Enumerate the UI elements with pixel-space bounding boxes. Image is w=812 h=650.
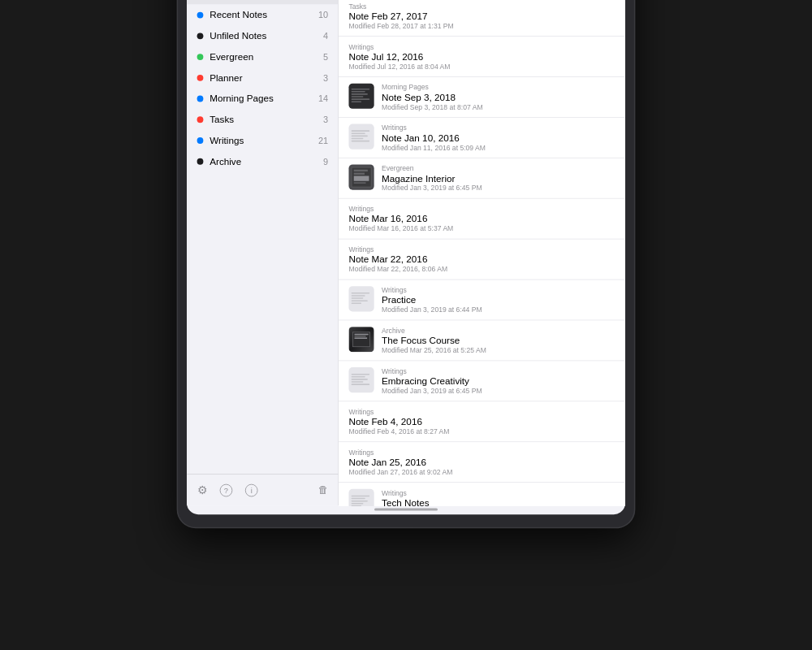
note-item[interactable]: Writings Note Mar 16, 2016 Modified Mar … (339, 199, 625, 240)
note-content: Writings Note Feb 4, 2016 Modified Feb 4… (349, 408, 615, 436)
info-icon[interactable]: i (245, 483, 258, 496)
sidebar-item-recent-notes[interactable]: Recent Notes 10 (187, 4, 338, 25)
note-item[interactable]: Archive The Focus Course Modified Mar 25… (339, 321, 625, 362)
sidebar-item-planner[interactable]: Planner 3 (187, 67, 338, 89)
trash-icon[interactable]: 🗑 (318, 484, 328, 496)
app-container: Edit ⬆ + All Notes 59 Recent Note (187, 0, 625, 505)
note-item[interactable]: Writings Embracing Creativity Modified J… (339, 361, 625, 401)
tasks-dot (197, 116, 204, 123)
note-modified: Modified Jan 3, 2019 at 6:44 PM (382, 306, 615, 314)
note-thumbnail (349, 327, 374, 352)
note-modified: Modified Mar 22, 2016, 8:06 AM (349, 266, 615, 273)
note-modified: Modified Jan 11, 2016 at 5:09 AM (382, 144, 615, 151)
note-modified: Modified Mar 16, 2016 at 5:37 AM (349, 225, 615, 232)
note-content: Morning Pages Note Sep 3, 2018 Modified … (382, 84, 615, 111)
note-folder: Writings (382, 286, 615, 293)
sidebar-item-label: Archive (209, 156, 323, 167)
sidebar-item-writings[interactable]: Writings 21 (187, 130, 338, 151)
morning-pages-dot (197, 95, 204, 102)
sidebar-item-label: Evergreen (209, 51, 323, 62)
note-folder: Tasks (349, 2, 615, 10)
note-folder: Morning Pages (382, 84, 615, 91)
note-folder: Writings (382, 124, 615, 132)
sidebar-item-morning-pages[interactable]: Morning Pages 14 (187, 88, 338, 109)
note-item[interactable]: Writings Note Jan 10, 2016 Modified Jan … (339, 118, 625, 158)
sidebar-item-evergreen[interactable]: Evergreen 5 (187, 46, 338, 67)
tablet-frame: 10:40 AM Fri Apr 26 ▲ WiFi 86% Edit ⬆ + (178, 0, 634, 527)
note-content: Writings Note Jan 25, 2016 Modified Jan … (349, 448, 615, 476)
note-content: Evergreen Magazine Interior Modified Jan… (382, 165, 615, 193)
sidebar-item-label: Tasks (209, 114, 323, 124)
note-folder: Writings (349, 43, 615, 50)
notes-list: Tasks Note Feb 27, 2017 Modified Feb 28,… (339, 0, 625, 505)
note-modified: Modified Feb 28, 2017 at 1:31 PM (349, 22, 615, 29)
note-title: Note Sep 3, 2018 (382, 92, 615, 102)
sidebar-item-count: 10 (318, 10, 328, 20)
note-item[interactable]: Tasks Note Feb 27, 2017 Modified Feb 28,… (339, 0, 625, 37)
note-modified: Modified Feb 4, 2016 at 8:27 AM (349, 427, 615, 435)
note-thumbnail (349, 286, 374, 311)
note-title: Note Jan 25, 2016 (349, 457, 615, 467)
sidebar-list: All Notes 59 Recent Notes 10 Unfiled Not… (187, 0, 338, 474)
note-modified: Modified Jan 27, 2016 at 9:02 AM (349, 468, 615, 475)
sidebar-item-count: 4 (323, 31, 328, 41)
note-title: Embracing Creativity (382, 375, 615, 386)
note-item[interactable]: Writings Note Feb 4, 2016 Modified Feb 4… (339, 401, 625, 442)
sidebar-item-count: 5 (323, 51, 328, 61)
note-item[interactable]: Writings Note Jul 12, 2016 Modified Jul … (339, 37, 625, 77)
note-content: Writings Note Jan 10, 2016 Modified Jan … (382, 124, 615, 152)
sidebar-item-count: 21 (318, 135, 328, 145)
note-folder: Writings (349, 408, 615, 415)
note-item[interactable]: Writings Practice Modified Jan 3, 2019 a… (339, 280, 625, 321)
sidebar-item-archive[interactable]: Archive 9 (187, 150, 338, 171)
note-item[interactable]: Evergreen Magazine Interior Modified Jan… (339, 158, 625, 199)
note-title: Magazine Interior (382, 173, 615, 184)
note-thumbnail (349, 165, 374, 190)
sidebar-item-label: Writings (209, 135, 318, 145)
sidebar-item-label: Recent Notes (209, 10, 318, 20)
recent-notes-dot (197, 11, 204, 18)
sidebar-item-count: 14 (318, 93, 328, 103)
note-modified: Modified Jan 3, 2019 at 6:45 PM (382, 387, 615, 394)
note-item[interactable]: Writings Tech Notes Modified Jan 3, 2019… (339, 483, 625, 505)
notes-panel: 🔍 ⊗ Cancel Content Matches Tasks Note Fe… (339, 0, 625, 505)
sidebar-footer: ⚙ ? i 🗑 (187, 474, 338, 505)
note-folder: Writings (382, 489, 615, 496)
note-folder: Writings (349, 245, 615, 253)
note-title: Note Feb 4, 2016 (349, 416, 615, 427)
note-folder: Writings (382, 367, 615, 375)
note-content: Tasks Note Feb 27, 2017 Modified Feb 28,… (349, 2, 615, 30)
note-item[interactable]: Writings Note Jan 25, 2016 Modified Jan … (339, 442, 625, 483)
sidebar-item-label: Morning Pages (209, 93, 318, 103)
note-content: Writings Note Mar 22, 2016 Modified Mar … (349, 245, 615, 273)
sidebar-item-tasks[interactable]: Tasks 3 (187, 109, 338, 130)
help-icon[interactable]: ? (220, 483, 233, 496)
note-title: Note Feb 27, 2017 (349, 11, 615, 21)
note-content: Writings Tech Notes Modified Jan 3, 2019… (382, 489, 615, 505)
note-modified: Modified Jul 12, 2016 at 8:04 AM (349, 63, 615, 70)
note-item[interactable]: Writings Note Mar 22, 2016 Modified Mar … (339, 240, 625, 280)
note-folder: Writings (349, 448, 615, 456)
note-title: Note Jan 10, 2016 (382, 132, 615, 143)
unfiled-notes-dot (197, 32, 204, 39)
note-folder: Archive (382, 327, 615, 334)
home-indicator (374, 508, 438, 510)
sidebar: Edit ⬆ + All Notes 59 Recent Note (187, 0, 339, 505)
sidebar-item-count: 9 (323, 156, 328, 166)
sidebar-item-unfiled-notes[interactable]: Unfiled Notes 4 (187, 25, 338, 46)
note-item[interactable]: Morning Pages Note Sep 3, 2018 Modified … (339, 77, 625, 118)
settings-icon[interactable]: ⚙ (197, 483, 207, 497)
sidebar-item-label: Planner (209, 72, 323, 83)
note-modified: Modified Jan 3, 2019 at 6:45 PM (382, 184, 615, 192)
evergreen-dot (197, 54, 204, 60)
note-title: Note Mar 22, 2016 (349, 254, 615, 265)
archive-dot (197, 158, 204, 164)
note-content: Archive The Focus Course Modified Mar 25… (382, 327, 615, 354)
note-content: Writings Note Mar 16, 2016 Modified Mar … (349, 206, 615, 233)
sidebar-item-count: 3 (323, 72, 328, 82)
note-thumbnail (349, 84, 374, 109)
tablet-screen: 10:40 AM Fri Apr 26 ▲ WiFi 86% Edit ⬆ + (187, 0, 625, 514)
note-title: Note Jul 12, 2016 (349, 51, 615, 62)
note-title: Note Mar 16, 2016 (349, 214, 615, 224)
note-content: Writings Embracing Creativity Modified J… (382, 367, 615, 395)
